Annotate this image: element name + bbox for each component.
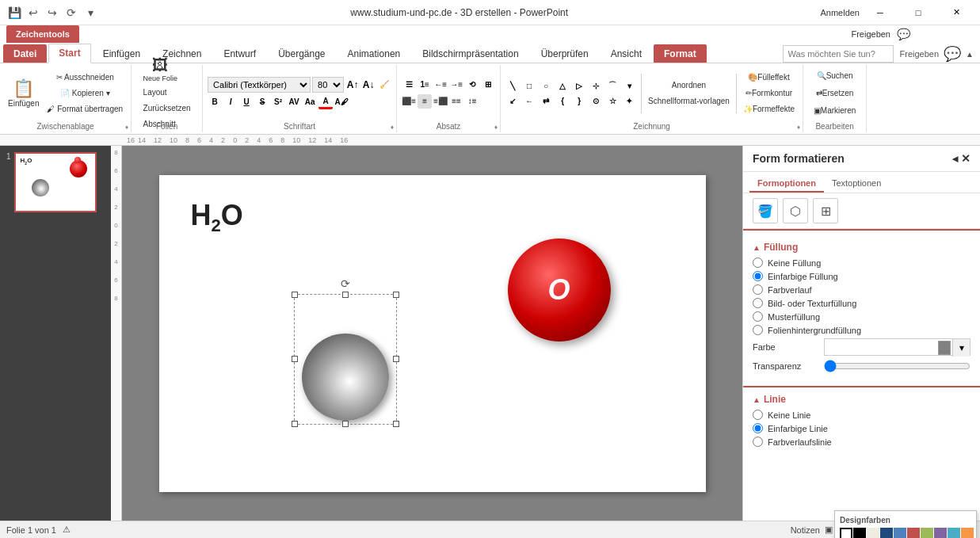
design-color-9[interactable]	[961, 528, 974, 538]
ausschneiden-button[interactable]: ✂ Ausschneiden	[44, 71, 126, 85]
freigeben-button[interactable]: Freigeben	[851, 29, 890, 39]
tab-formoptionen[interactable]: Formoptionen	[749, 175, 824, 193]
kopieren-button[interactable]: 📄 Kopieren ▾	[44, 86, 126, 101]
justify-button[interactable]: ≡≡	[449, 94, 463, 109]
highlight-button[interactable]: A🖌	[334, 95, 349, 109]
strikethrough-button[interactable]: S	[255, 95, 269, 109]
shape-10[interactable]: ⇄	[539, 93, 553, 108]
effects-icon-btn[interactable]: ⬡	[783, 198, 808, 223]
farbverlaufslinie-option[interactable]: Farbverlaufslinie	[753, 437, 970, 447]
shadow-button[interactable]: S²	[271, 95, 285, 109]
tab-animationen[interactable]: Animationen	[337, 44, 411, 63]
farbe-dropdown-btn[interactable]: ▾	[952, 339, 970, 357]
design-color-1[interactable]	[853, 528, 866, 538]
folienhintergrund-option[interactable]: Folienhintergrundfüllung	[753, 325, 970, 335]
musterfuellung-option[interactable]: Musterfüllung	[753, 311, 970, 322]
neue-folie-button[interactable]: 🖼 Neue Folie	[140, 55, 181, 84]
design-color-2[interactable]	[867, 528, 879, 538]
fuellung-button[interactable]: 🎨 Fülleffekt	[740, 71, 798, 85]
fontcolor-button[interactable]: A	[318, 95, 333, 109]
tab-start[interactable]: Start	[48, 44, 90, 63]
handle-mr[interactable]	[393, 356, 399, 362]
design-color-7[interactable]	[934, 528, 947, 538]
linie-arrow[interactable]: ▲	[753, 395, 761, 404]
shape-5[interactable]: ▷	[572, 78, 586, 93]
shape-15[interactable]: ✦	[622, 93, 636, 108]
keine-fuellung-option[interactable]: Keine Füllung	[753, 258, 970, 268]
einfuegen-button[interactable]: 📋 Einfügen	[5, 70, 42, 117]
shape-8[interactable]: ↙	[505, 93, 520, 108]
anordnen-button[interactable]: Anordnen	[645, 78, 733, 93]
view-normal-icon[interactable]: ▣	[825, 525, 833, 535]
shape-3[interactable]: ○	[539, 78, 553, 93]
keine-fuellung-radio[interactable]	[753, 258, 763, 268]
panel-close-icon[interactable]: ✕	[961, 152, 970, 165]
maximize-button[interactable]: □	[901, 2, 936, 24]
comments-icon[interactable]: 💬	[944, 45, 961, 63]
shapes-more[interactable]: ▾	[622, 78, 636, 93]
shape-2[interactable]: □	[522, 78, 536, 93]
charspacing-button[interactable]: AV	[287, 95, 301, 109]
shape-7[interactable]: ⌒	[605, 78, 620, 93]
ersetzen-button[interactable]: ⇄ Ersetzen	[810, 86, 859, 101]
font-increase-button[interactable]: A↑	[345, 78, 360, 92]
tab-textoptionen[interactable]: Textoptionen	[824, 175, 889, 193]
font-decrease-button[interactable]: A↓	[361, 78, 376, 92]
handle-ml[interactable]	[292, 356, 298, 362]
shape-4[interactable]: △	[555, 78, 570, 93]
freigeben-link[interactable]: Freigeben	[900, 49, 940, 59]
keine-linie-option[interactable]: Keine Linie	[753, 410, 970, 420]
zeichnung-expand[interactable]: ⬧	[796, 122, 801, 131]
design-color-5[interactable]	[907, 528, 920, 538]
bild-textur-radio[interactable]	[753, 298, 763, 308]
musterfuellung-radio[interactable]	[753, 311, 763, 322]
handle-br[interactable]	[393, 421, 399, 427]
bild-textur-option[interactable]: Bild- oder Texturfüllung	[753, 298, 970, 308]
redo-icon[interactable]: ↪	[44, 5, 60, 21]
underline-button[interactable]: U	[239, 95, 254, 109]
italic-button[interactable]: I	[223, 95, 238, 109]
handle-bc[interactable]	[342, 421, 349, 427]
shape-14[interactable]: ☆	[605, 93, 620, 108]
design-color-0[interactable]	[840, 528, 852, 538]
keine-linie-radio[interactable]	[753, 410, 763, 420]
tab-bildschirmpraesentation[interactable]: Bildschirmpräsentation	[412, 44, 528, 63]
refresh-icon[interactable]: ⟳	[63, 5, 79, 21]
formkontur-button[interactable]: ✏ Formkontur	[740, 86, 798, 101]
notizen-button[interactable]: Notizen	[791, 525, 820, 535]
minimize-button[interactable]: ─	[863, 2, 898, 24]
shape-12[interactable]: }	[572, 93, 586, 108]
close-button[interactable]: ✕	[939, 2, 974, 24]
einfarbige-linie-radio[interactable]	[753, 423, 763, 433]
farbverlauf-radio[interactable]	[753, 284, 763, 295]
silver-sphere-wrap[interactable]: ⟳	[302, 334, 389, 421]
handle-tl[interactable]	[292, 292, 298, 298]
align-left-button[interactable]: ⬛≡	[402, 94, 416, 109]
red-sphere[interactable]: O	[508, 238, 611, 341]
handle-tc[interactable]	[342, 292, 349, 298]
tab-format[interactable]: Format	[654, 44, 707, 63]
case-button[interactable]: Aa	[303, 95, 317, 109]
textdir-button[interactable]: ⟲	[465, 78, 479, 92]
fill-icon-btn[interactable]: 🪣	[753, 198, 778, 223]
einfarbige-fuellung-radio[interactable]	[753, 271, 763, 281]
list-bullet-button[interactable]: ☰	[402, 78, 416, 92]
format-uebertragen-button[interactable]: 🖌 Format übertragen	[44, 102, 126, 116]
design-color-6[interactable]	[921, 528, 933, 538]
clear-format-button[interactable]: 🧹	[377, 78, 391, 92]
anmelden-button[interactable]: Anmelden	[820, 8, 860, 17]
shape-1[interactable]: ╲	[505, 78, 520, 93]
design-color-4[interactable]	[894, 528, 906, 538]
design-color-3[interactable]	[880, 528, 893, 538]
panel-collapse-icon[interactable]: ◂	[952, 152, 958, 165]
schriftart-expand[interactable]: ⬧	[390, 122, 395, 131]
save-icon[interactable]: 💾	[6, 5, 22, 21]
folienhintergrund-radio[interactable]	[753, 325, 763, 335]
search-input[interactable]	[783, 45, 894, 63]
indent-decrease-button[interactable]: ←≡	[433, 78, 448, 92]
list-number-button[interactable]: 1≡	[418, 78, 432, 92]
zuruecksetzen-button[interactable]: Zurücksetzen	[140, 101, 194, 116]
tab-ueberpruefen[interactable]: Überprüfen	[531, 44, 599, 63]
linespacing-button[interactable]: ↕≡	[465, 94, 479, 109]
handle-bl[interactable]	[292, 421, 298, 427]
